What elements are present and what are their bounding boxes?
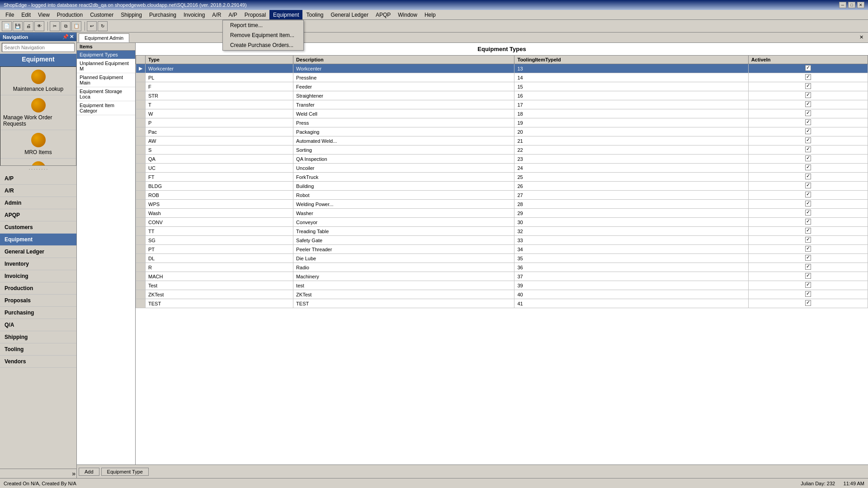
row-active-checkbox[interactable] [748, 118, 868, 127]
minimize-button[interactable]: ─ [839, 2, 846, 8]
row-active-checkbox[interactable] [748, 281, 868, 290]
table-row[interactable]: ZKTestZKTest40 [136, 290, 868, 299]
row-active-checkbox[interactable] [748, 127, 868, 136]
table-row[interactable]: BLDGBuilding26 [136, 182, 868, 191]
sidebar-item-proposals[interactable]: Proposals [0, 295, 76, 307]
sidebar-item-production[interactable]: Production [0, 282, 76, 295]
row-active-checkbox[interactable] [748, 182, 868, 191]
restore-button[interactable]: □ [848, 2, 855, 8]
table-row[interactable]: TESTTEST41 [136, 299, 868, 308]
sidebar-item-apqp[interactable]: APQP [0, 209, 76, 221]
toolbar-preview[interactable]: 👁 [34, 21, 44, 31]
sidebar-item-qa[interactable]: Q/A [0, 319, 76, 331]
nav-header-controls[interactable]: 📌 ✕ [62, 34, 74, 40]
menu-file[interactable]: File [2, 10, 18, 19]
table-row[interactable]: SGSafety Gate33 [136, 236, 868, 245]
toolbar-save[interactable]: 💾 [13, 21, 23, 31]
table-row[interactable]: TTransfer17 [136, 100, 868, 109]
table-row[interactable]: RRadio36 [136, 263, 868, 272]
table-row[interactable]: ▶WorkcenterWorkcenter13 [136, 64, 868, 73]
table-row[interactable]: SSorting22 [136, 145, 868, 155]
table-row[interactable]: WWeld Cell18 [136, 109, 868, 118]
menu-help[interactable]: Help [421, 10, 439, 19]
menu-customer[interactable]: Customer [86, 10, 117, 19]
table-row[interactable]: AWAutomated Weld...21 [136, 136, 868, 145]
row-active-checkbox[interactable] [748, 173, 868, 182]
nav-pin-icon[interactable]: 📌 [62, 34, 69, 40]
row-active-checkbox[interactable] [748, 200, 868, 209]
dropdown-create-purchase[interactable]: Create Purchase Orders... [223, 40, 303, 50]
toolbar-undo[interactable]: ↩ [87, 21, 97, 31]
menu-production[interactable]: Production [53, 10, 86, 19]
row-active-checkbox[interactable] [748, 254, 868, 263]
table-row[interactable]: PacPackaging20 [136, 127, 868, 136]
dropdown-remove-equipment[interactable]: Remove Equipment Item... [223, 30, 303, 40]
toolbar-refresh[interactable]: ↻ [98, 21, 108, 31]
row-active-checkbox[interactable] [748, 145, 868, 155]
nav-close-icon[interactable]: ✕ [70, 34, 74, 40]
menu-ar[interactable]: A/R [208, 10, 225, 19]
row-active-checkbox[interactable] [748, 73, 868, 82]
row-active-checkbox[interactable] [748, 100, 868, 109]
toolbar-print[interactable]: 🖨 [24, 21, 33, 31]
table-row[interactable]: FTForkTruck25 [136, 173, 868, 182]
row-active-checkbox[interactable] [748, 109, 868, 118]
row-active-checkbox[interactable] [748, 227, 868, 236]
table-row[interactable]: FFeeder15 [136, 82, 868, 91]
menu-equipment[interactable]: Equipment [269, 10, 302, 19]
row-active-checkbox[interactable] [748, 236, 868, 245]
row-active-checkbox[interactable] [748, 209, 868, 218]
table-row[interactable]: PTPeeler Threader34 [136, 245, 868, 254]
table-row[interactable]: STRStraightener16 [136, 91, 868, 100]
menu-ap[interactable]: A/P [225, 10, 241, 19]
items-list-item-planned[interactable]: Planned Equipment Main [77, 73, 135, 87]
table-row[interactable]: DLDie Lube35 [136, 254, 868, 263]
dropdown-report-time[interactable]: Report time... [223, 20, 303, 30]
table-row[interactable]: ROBRobot27 [136, 191, 868, 200]
items-list-item-storage[interactable]: Equipment Storage Loca [77, 87, 135, 101]
items-list-item-unplanned[interactable]: Unplanned Equipment M [77, 59, 135, 73]
table-row[interactable]: UCUncoiler24 [136, 164, 868, 173]
row-active-checkbox[interactable] [748, 191, 868, 200]
table-row[interactable]: PLPressline14 [136, 73, 868, 82]
tab-equipment-admin[interactable]: Equipment Admin [79, 33, 129, 42]
menu-proposal[interactable]: Proposal [241, 10, 269, 19]
sidebar-item-customers[interactable]: Customers [0, 221, 76, 234]
table-row[interactable]: MACHMachinery37 [136, 272, 868, 281]
menu-tooling[interactable]: Tooling [302, 10, 327, 19]
sidebar-item-ar[interactable]: A/R [0, 185, 76, 197]
toolbar-paste[interactable]: 📋 [71, 21, 81, 31]
row-active-checkbox[interactable] [748, 299, 868, 308]
sidebar-item-purchasing[interactable]: Purchasing [0, 307, 76, 319]
row-active-checkbox[interactable] [748, 263, 868, 272]
toolbar-copy[interactable]: ⧉ [61, 21, 71, 31]
sidebar-item-shipping[interactable]: Shipping [0, 331, 76, 343]
nav-collapse-icon[interactable]: » [72, 470, 75, 477]
menu-shipping[interactable]: Shipping [117, 10, 146, 19]
table-row[interactable]: TTTreading Table32 [136, 227, 868, 236]
table-row[interactable]: WPSWelding Power...28 [136, 200, 868, 209]
row-active-checkbox[interactable] [748, 245, 868, 254]
table-row[interactable]: PPress19 [136, 118, 868, 127]
sidebar-item-admin[interactable]: Admin [0, 197, 76, 209]
menu-view[interactable]: View [34, 10, 53, 19]
menu-purchasing[interactable]: Purchasing [146, 10, 180, 19]
toolbar-new[interactable]: 📄 [2, 21, 12, 31]
title-bar-controls[interactable]: ─ □ ✕ [839, 2, 864, 8]
menu-edit[interactable]: Edit [18, 10, 34, 19]
sidebar-item-ap[interactable]: A/P [0, 173, 76, 185]
row-active-checkbox[interactable] [748, 272, 868, 281]
nav-icon-work-order-requests[interactable]: Manage Work Order Requests [0, 95, 76, 130]
content-tab-close[interactable]: ✕ [857, 33, 866, 42]
row-active-checkbox[interactable] [748, 155, 868, 164]
toolbar-cut[interactable]: ✂ [50, 21, 60, 31]
menu-apqp[interactable]: APQP [372, 10, 394, 19]
table-row[interactable]: WashWasher29 [136, 209, 868, 218]
add-button[interactable]: Add [79, 468, 99, 476]
row-active-checkbox[interactable] [748, 290, 868, 299]
sidebar-item-invoicing[interactable]: Invoicing [0, 270, 76, 282]
sidebar-item-general-ledger[interactable]: General Ledger [0, 246, 76, 258]
equipment-type-tab-button[interactable]: Equipment Type [101, 468, 149, 476]
sidebar-item-tooling[interactable]: Tooling [0, 343, 76, 356]
row-active-checkbox[interactable] [748, 136, 868, 145]
